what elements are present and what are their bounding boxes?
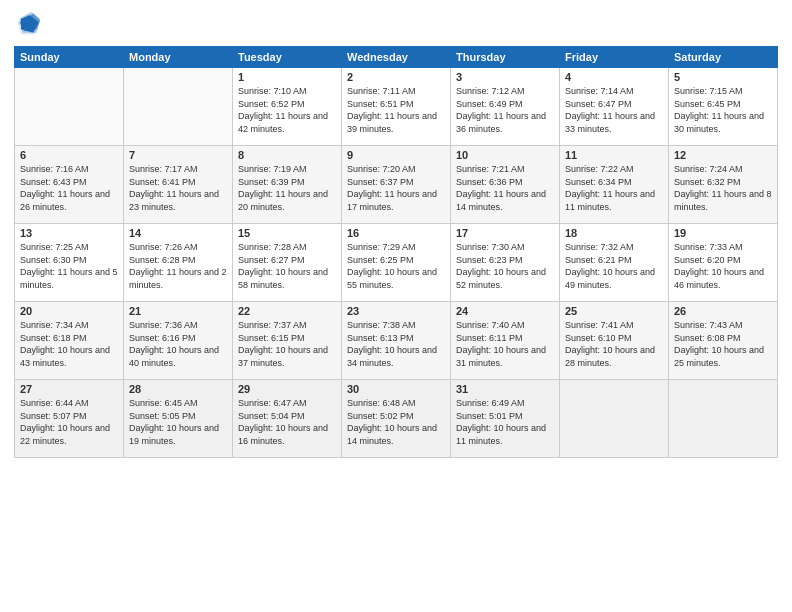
- day-cell: 13Sunrise: 7:25 AM Sunset: 6:30 PM Dayli…: [15, 224, 124, 302]
- day-cell: 29Sunrise: 6:47 AM Sunset: 5:04 PM Dayli…: [233, 380, 342, 458]
- day-number: 13: [20, 227, 118, 239]
- day-number: 16: [347, 227, 445, 239]
- day-cell: [669, 380, 778, 458]
- day-info: Sunrise: 7:33 AM Sunset: 6:20 PM Dayligh…: [674, 241, 772, 291]
- header-cell-saturday: Saturday: [669, 47, 778, 68]
- day-number: 7: [129, 149, 227, 161]
- day-number: 23: [347, 305, 445, 317]
- day-cell: 25Sunrise: 7:41 AM Sunset: 6:10 PM Dayli…: [560, 302, 669, 380]
- day-number: 12: [674, 149, 772, 161]
- day-info: Sunrise: 7:43 AM Sunset: 6:08 PM Dayligh…: [674, 319, 772, 369]
- day-info: Sunrise: 7:12 AM Sunset: 6:49 PM Dayligh…: [456, 85, 554, 135]
- day-info: Sunrise: 7:40 AM Sunset: 6:11 PM Dayligh…: [456, 319, 554, 369]
- day-number: 15: [238, 227, 336, 239]
- day-info: Sunrise: 7:10 AM Sunset: 6:52 PM Dayligh…: [238, 85, 336, 135]
- day-number: 18: [565, 227, 663, 239]
- day-cell: 17Sunrise: 7:30 AM Sunset: 6:23 PM Dayli…: [451, 224, 560, 302]
- day-number: 28: [129, 383, 227, 395]
- day-cell: 3Sunrise: 7:12 AM Sunset: 6:49 PM Daylig…: [451, 68, 560, 146]
- day-info: Sunrise: 7:38 AM Sunset: 6:13 PM Dayligh…: [347, 319, 445, 369]
- day-info: Sunrise: 7:16 AM Sunset: 6:43 PM Dayligh…: [20, 163, 118, 213]
- week-row-3: 13Sunrise: 7:25 AM Sunset: 6:30 PM Dayli…: [15, 224, 778, 302]
- day-cell: 11Sunrise: 7:22 AM Sunset: 6:34 PM Dayli…: [560, 146, 669, 224]
- week-row-5: 27Sunrise: 6:44 AM Sunset: 5:07 PM Dayli…: [15, 380, 778, 458]
- day-cell: 26Sunrise: 7:43 AM Sunset: 6:08 PM Dayli…: [669, 302, 778, 380]
- day-number: 3: [456, 71, 554, 83]
- day-number: 9: [347, 149, 445, 161]
- day-number: 25: [565, 305, 663, 317]
- day-info: Sunrise: 6:44 AM Sunset: 5:07 PM Dayligh…: [20, 397, 118, 447]
- day-cell: 7Sunrise: 7:17 AM Sunset: 6:41 PM Daylig…: [124, 146, 233, 224]
- day-info: Sunrise: 7:15 AM Sunset: 6:45 PM Dayligh…: [674, 85, 772, 135]
- day-info: Sunrise: 7:11 AM Sunset: 6:51 PM Dayligh…: [347, 85, 445, 135]
- day-cell: 31Sunrise: 6:49 AM Sunset: 5:01 PM Dayli…: [451, 380, 560, 458]
- day-cell: [124, 68, 233, 146]
- day-number: 1: [238, 71, 336, 83]
- day-cell: [15, 68, 124, 146]
- day-info: Sunrise: 6:45 AM Sunset: 5:05 PM Dayligh…: [129, 397, 227, 447]
- day-cell: 16Sunrise: 7:29 AM Sunset: 6:25 PM Dayli…: [342, 224, 451, 302]
- day-info: Sunrise: 7:20 AM Sunset: 6:37 PM Dayligh…: [347, 163, 445, 213]
- day-cell: 12Sunrise: 7:24 AM Sunset: 6:32 PM Dayli…: [669, 146, 778, 224]
- day-info: Sunrise: 7:32 AM Sunset: 6:21 PM Dayligh…: [565, 241, 663, 291]
- day-number: 6: [20, 149, 118, 161]
- day-number: 24: [456, 305, 554, 317]
- header-cell-friday: Friday: [560, 47, 669, 68]
- day-cell: 24Sunrise: 7:40 AM Sunset: 6:11 PM Dayli…: [451, 302, 560, 380]
- calendar-header: SundayMondayTuesdayWednesdayThursdayFrid…: [15, 47, 778, 68]
- day-info: Sunrise: 7:41 AM Sunset: 6:10 PM Dayligh…: [565, 319, 663, 369]
- day-cell: 28Sunrise: 6:45 AM Sunset: 5:05 PM Dayli…: [124, 380, 233, 458]
- day-cell: 2Sunrise: 7:11 AM Sunset: 6:51 PM Daylig…: [342, 68, 451, 146]
- day-info: Sunrise: 7:17 AM Sunset: 6:41 PM Dayligh…: [129, 163, 227, 213]
- day-number: 8: [238, 149, 336, 161]
- day-number: 17: [456, 227, 554, 239]
- day-number: 22: [238, 305, 336, 317]
- day-cell: 30Sunrise: 6:48 AM Sunset: 5:02 PM Dayli…: [342, 380, 451, 458]
- day-cell: 27Sunrise: 6:44 AM Sunset: 5:07 PM Dayli…: [15, 380, 124, 458]
- day-info: Sunrise: 7:21 AM Sunset: 6:36 PM Dayligh…: [456, 163, 554, 213]
- day-info: Sunrise: 7:30 AM Sunset: 6:23 PM Dayligh…: [456, 241, 554, 291]
- day-info: Sunrise: 7:28 AM Sunset: 6:27 PM Dayligh…: [238, 241, 336, 291]
- day-number: 11: [565, 149, 663, 161]
- day-number: 26: [674, 305, 772, 317]
- day-number: 29: [238, 383, 336, 395]
- logo: [14, 10, 46, 38]
- day-cell: 21Sunrise: 7:36 AM Sunset: 6:16 PM Dayli…: [124, 302, 233, 380]
- day-cell: 20Sunrise: 7:34 AM Sunset: 6:18 PM Dayli…: [15, 302, 124, 380]
- day-cell: 19Sunrise: 7:33 AM Sunset: 6:20 PM Dayli…: [669, 224, 778, 302]
- week-row-1: 1Sunrise: 7:10 AM Sunset: 6:52 PM Daylig…: [15, 68, 778, 146]
- day-number: 31: [456, 383, 554, 395]
- day-cell: 15Sunrise: 7:28 AM Sunset: 6:27 PM Dayli…: [233, 224, 342, 302]
- day-cell: 1Sunrise: 7:10 AM Sunset: 6:52 PM Daylig…: [233, 68, 342, 146]
- page: SundayMondayTuesdayWednesdayThursdayFrid…: [0, 0, 792, 612]
- day-info: Sunrise: 7:24 AM Sunset: 6:32 PM Dayligh…: [674, 163, 772, 213]
- day-info: Sunrise: 6:48 AM Sunset: 5:02 PM Dayligh…: [347, 397, 445, 447]
- day-number: 20: [20, 305, 118, 317]
- day-info: Sunrise: 7:14 AM Sunset: 6:47 PM Dayligh…: [565, 85, 663, 135]
- header-cell-wednesday: Wednesday: [342, 47, 451, 68]
- day-cell: 4Sunrise: 7:14 AM Sunset: 6:47 PM Daylig…: [560, 68, 669, 146]
- week-row-2: 6Sunrise: 7:16 AM Sunset: 6:43 PM Daylig…: [15, 146, 778, 224]
- header-cell-tuesday: Tuesday: [233, 47, 342, 68]
- header-cell-monday: Monday: [124, 47, 233, 68]
- logo-icon: [14, 10, 42, 38]
- day-cell: 8Sunrise: 7:19 AM Sunset: 6:39 PM Daylig…: [233, 146, 342, 224]
- day-cell: 6Sunrise: 7:16 AM Sunset: 6:43 PM Daylig…: [15, 146, 124, 224]
- day-cell: 5Sunrise: 7:15 AM Sunset: 6:45 PM Daylig…: [669, 68, 778, 146]
- day-info: Sunrise: 7:19 AM Sunset: 6:39 PM Dayligh…: [238, 163, 336, 213]
- header-cell-sunday: Sunday: [15, 47, 124, 68]
- day-number: 2: [347, 71, 445, 83]
- day-info: Sunrise: 6:47 AM Sunset: 5:04 PM Dayligh…: [238, 397, 336, 447]
- day-number: 5: [674, 71, 772, 83]
- day-number: 19: [674, 227, 772, 239]
- day-cell: 18Sunrise: 7:32 AM Sunset: 6:21 PM Dayli…: [560, 224, 669, 302]
- day-number: 14: [129, 227, 227, 239]
- day-number: 30: [347, 383, 445, 395]
- day-number: 4: [565, 71, 663, 83]
- header-cell-thursday: Thursday: [451, 47, 560, 68]
- day-info: Sunrise: 7:34 AM Sunset: 6:18 PM Dayligh…: [20, 319, 118, 369]
- day-cell: 22Sunrise: 7:37 AM Sunset: 6:15 PM Dayli…: [233, 302, 342, 380]
- day-info: Sunrise: 7:37 AM Sunset: 6:15 PM Dayligh…: [238, 319, 336, 369]
- day-info: Sunrise: 7:26 AM Sunset: 6:28 PM Dayligh…: [129, 241, 227, 291]
- day-cell: 9Sunrise: 7:20 AM Sunset: 6:37 PM Daylig…: [342, 146, 451, 224]
